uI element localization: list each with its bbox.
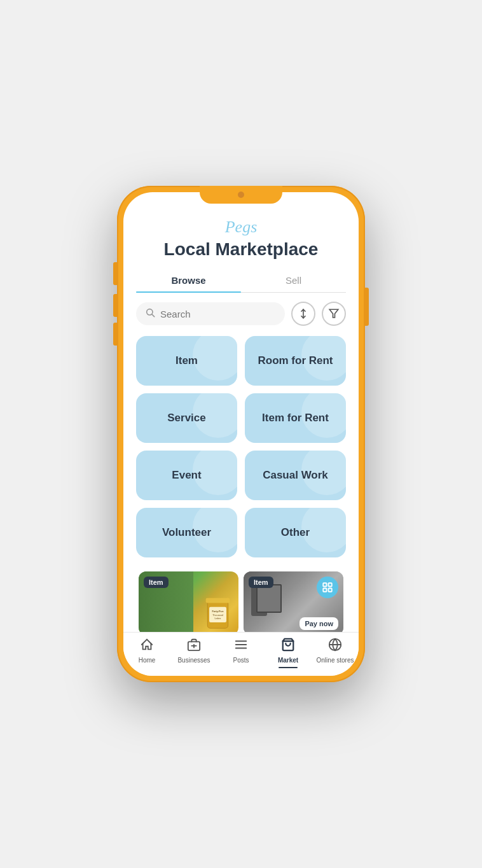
category-item[interactable]: Item <box>136 336 237 386</box>
app-logo: Pegs <box>136 218 346 237</box>
svg-text:Lakes: Lakes <box>214 617 221 620</box>
search-input[interactable] <box>160 309 276 319</box>
nav-businesses[interactable]: Businesses <box>170 638 217 668</box>
sort-button[interactable] <box>291 302 315 326</box>
category-event-label: Event <box>172 469 201 482</box>
nav-home-label: Home <box>139 657 156 664</box>
posts-icon <box>234 638 248 655</box>
listing-2-badge: Item <box>249 577 273 588</box>
svg-rect-10 <box>323 583 326 586</box>
nav-online-stores-label: Online stores <box>317 657 354 664</box>
phone-frame: Pegs Local Marketplace Browse Sell <box>117 186 365 682</box>
listing-2-pay-button[interactable]: Pay now <box>300 617 338 630</box>
category-service-label: Service <box>167 412 206 424</box>
category-room-for-rent[interactable]: Room for Rent <box>245 336 346 386</box>
listing-card-1[interactable]: Forty-Five Thousand Lakes Item <box>139 571 238 632</box>
category-other-label: Other <box>281 526 310 539</box>
camera <box>238 192 244 198</box>
phone-screen: Pegs Local Marketplace Browse Sell <box>123 192 359 676</box>
page-title: Local Marketplace <box>136 239 346 260</box>
category-volunteer[interactable]: Volunteer <box>136 508 237 557</box>
businesses-icon <box>187 638 201 655</box>
bottom-nav: Home Businesses <box>123 632 359 676</box>
nav-market[interactable]: Market <box>265 638 312 668</box>
category-item-label: Item <box>176 354 198 367</box>
tab-browse[interactable]: Browse <box>136 269 241 292</box>
svg-text:Forty-Five: Forty-Five <box>212 610 223 613</box>
notch <box>200 186 282 204</box>
tab-sell[interactable]: Sell <box>241 269 346 292</box>
svg-marker-3 <box>329 309 338 318</box>
nav-online-stores[interactable]: Online stores <box>312 638 359 668</box>
category-item-for-rent[interactable]: Item for Rent <box>245 393 346 443</box>
online-stores-icon <box>328 638 342 655</box>
category-volunteer-label: Volunteer <box>162 526 211 539</box>
scroll-area[interactable]: Pegs Local Marketplace Browse Sell <box>123 213 359 632</box>
category-casual-work-label: Casual Work <box>263 469 328 482</box>
svg-rect-5 <box>206 598 230 603</box>
header: Pegs Local Marketplace <box>123 213 359 269</box>
nav-posts-label: Posts <box>233 657 249 664</box>
svg-rect-11 <box>329 583 332 586</box>
nav-home[interactable]: Home <box>123 638 170 668</box>
category-room-for-rent-label: Room for Rent <box>258 354 333 367</box>
tab-bar: Browse Sell <box>136 269 346 293</box>
search-row <box>123 293 359 332</box>
home-icon <box>140 638 154 655</box>
category-grid: Item Room for Rent Service Item for Rent… <box>123 332 359 564</box>
category-casual-work[interactable]: Casual Work <box>245 451 346 500</box>
listing-card-2[interactable]: Item Pay now <box>244 571 343 632</box>
category-service[interactable]: Service <box>136 393 237 443</box>
listing-1-badge: Item <box>144 577 169 588</box>
svg-text:Thousand: Thousand <box>212 614 223 617</box>
search-bar[interactable] <box>136 302 285 325</box>
search-icon <box>145 307 155 320</box>
svg-rect-13 <box>329 589 332 592</box>
svg-rect-12 <box>323 589 326 592</box>
svg-line-1 <box>152 314 155 317</box>
listing-2-scan-button[interactable] <box>317 577 338 598</box>
category-item-for-rent-label: Item for Rent <box>262 412 329 424</box>
filter-button[interactable] <box>322 302 346 326</box>
market-icon <box>281 638 295 655</box>
nav-market-label: Market <box>278 657 298 664</box>
category-event[interactable]: Event <box>136 451 237 500</box>
nav-businesses-label: Businesses <box>177 657 210 664</box>
category-other[interactable]: Other <box>245 508 346 557</box>
listings-row: Forty-Five Thousand Lakes Item <box>123 564 359 632</box>
nav-posts[interactable]: Posts <box>217 638 265 668</box>
